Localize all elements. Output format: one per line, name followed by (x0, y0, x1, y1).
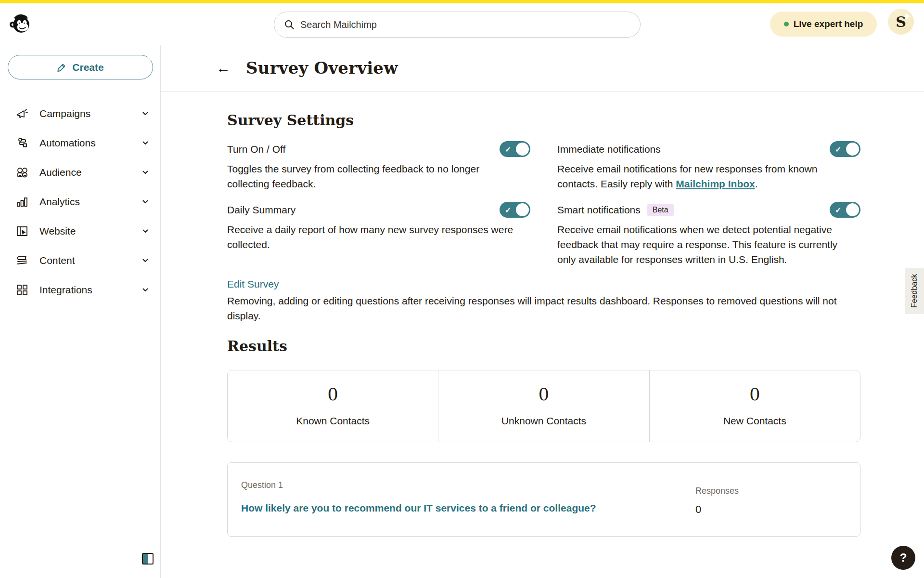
chevron-down-icon (141, 286, 150, 294)
create-button-label: Create (72, 62, 103, 73)
setting-title: Daily Summary (227, 204, 295, 216)
setting-immediate-notifications: Immediate notifications ✓ Receive email … (557, 141, 860, 191)
sidebar-item-automations[interactable]: Automations (0, 128, 160, 158)
app-header: Live expert help ✦ S (0, 3, 924, 45)
main-content: ← Survey Overview Survey Settings Turn O… (161, 45, 924, 578)
browser-icon (15, 224, 29, 238)
toggle-smart-notifications[interactable]: ✓ (830, 202, 860, 218)
chevron-down-icon (141, 197, 150, 206)
check-icon: ✓ (505, 144, 511, 154)
setting-description: Receive a daily report of how many new s… (227, 222, 518, 252)
setting-daily-summary: Daily Summary ✓ Receive a daily report o… (227, 202, 530, 267)
back-arrow-icon[interactable]: ← (216, 61, 231, 75)
sidebar-item-audience[interactable]: Audience (0, 158, 160, 187)
edit-survey-note: Removing, adding or editing questions af… (227, 293, 860, 323)
settings-grid: Turn On / Off ✓ Toggles the survey from … (227, 141, 860, 267)
stat-value: 0 (228, 386, 438, 403)
people-icon (15, 166, 29, 179)
sidebar: Create Campaigns Automations (0, 45, 161, 578)
setting-title: Turn On / Off (227, 144, 285, 155)
stat-value: 0 (438, 386, 649, 403)
page-header: ← Survey Overview (161, 45, 924, 92)
stat-known-contacts: 0 Known Contacts (228, 370, 438, 442)
sidebar-item-label: Content (39, 255, 141, 266)
sidebar-item-campaigns[interactable]: Campaigns (0, 99, 160, 128)
stat-value: 0 (650, 386, 860, 403)
search-bar[interactable] (274, 12, 641, 38)
chevron-down-icon (141, 139, 150, 147)
responses-value: 0 (695, 503, 841, 516)
edit-survey-block: Edit Survey Removing, adding or editing … (227, 278, 860, 323)
sidebar-item-label: Integrations (39, 284, 141, 296)
toggle-immediate-notifications[interactable]: ✓ (830, 141, 860, 157)
flow-icon (15, 136, 29, 150)
sidebar-item-label: Automations (39, 137, 141, 149)
question-link[interactable]: How likely are you to recommend our IT s… (241, 502, 596, 514)
results-stats-bar: 0 Known Contacts 0 Unknown Contacts 0 Ne… (227, 370, 860, 442)
sidebar-item-website[interactable]: Website (0, 216, 160, 246)
sidebar-item-integrations[interactable]: Integrations (0, 275, 160, 304)
create-button[interactable]: Create (8, 55, 153, 79)
chevron-down-icon (141, 256, 150, 265)
mailchimp-inbox-link[interactable]: Mailchimp Inbox (676, 178, 755, 189)
toggle-knob (846, 143, 859, 156)
responses-label: Responses (695, 486, 841, 496)
question-number-label: Question 1 (241, 480, 695, 490)
toggle-knob (516, 143, 529, 156)
sidebar-item-label: Analytics (39, 196, 141, 208)
chevron-down-icon (141, 168, 150, 177)
content-stack-icon (15, 254, 29, 267)
survey-settings-heading: Survey Settings (227, 112, 860, 129)
megaphone-icon (15, 107, 29, 120)
toggle-daily-summary[interactable]: ✓ (500, 202, 530, 218)
stat-label: New Contacts (650, 415, 860, 427)
stat-label: Known Contacts (228, 415, 438, 427)
stat-unknown-contacts: 0 Unknown Contacts (438, 370, 649, 442)
question-card: Question 1 How likely are you to recomme… (227, 462, 860, 537)
sidebar-item-label: Audience (39, 167, 141, 178)
stat-new-contacts: 0 New Contacts (649, 370, 860, 442)
edit-survey-link[interactable]: Edit Survey (227, 278, 279, 289)
top-accent-bar (0, 0, 924, 3)
toggle-knob (846, 203, 859, 216)
beta-badge: Beta (647, 204, 674, 216)
feedback-tab[interactable]: Feedback (905, 268, 924, 314)
grid-icon (15, 283, 29, 297)
setting-title: Smart notifications (557, 204, 641, 216)
search-icon (284, 19, 295, 30)
setting-smart-notifications: Smart notifications Beta ✓ Receive email… (557, 202, 860, 267)
setting-description: Receive email notifications for new resp… (557, 161, 848, 191)
avatar-star-decoration: ✦ (903, 11, 911, 22)
mailchimp-logo[interactable] (9, 13, 31, 35)
chevron-down-icon (141, 109, 150, 118)
avatar[interactable]: ✦ S (888, 9, 914, 35)
toggle-turn-on-off[interactable]: ✓ (500, 141, 530, 157)
page-title: Survey Overview (246, 58, 398, 78)
results-heading: Results (227, 338, 860, 355)
help-button[interactable]: ? (891, 546, 915, 570)
check-icon: ✓ (505, 205, 511, 214)
setting-description: Toggles the survey from collecting feedb… (227, 161, 518, 191)
live-expert-help-label: Live expert help (794, 19, 863, 29)
toggle-knob (516, 203, 529, 216)
search-input[interactable] (300, 19, 630, 30)
pencil-icon (57, 63, 66, 72)
stat-label: Unknown Contacts (438, 415, 649, 427)
sidebar-item-content[interactable]: Content (0, 246, 160, 275)
setting-title: Immediate notifications (557, 144, 661, 155)
setting-description: Receive email notifications when we dete… (557, 222, 848, 267)
check-icon: ✓ (835, 205, 841, 214)
collapse-sidebar-icon[interactable] (142, 553, 154, 565)
sidebar-item-analytics[interactable]: Analytics (0, 187, 160, 216)
sidebar-nav: Campaigns Automations Audience (0, 99, 160, 304)
bar-chart-icon (15, 195, 29, 209)
sidebar-item-label: Campaigns (39, 108, 141, 119)
online-status-dot (784, 22, 789, 26)
live-expert-help-button[interactable]: Live expert help (770, 12, 877, 37)
setting-turn-on-off: Turn On / Off ✓ Toggles the survey from … (227, 141, 530, 191)
sidebar-item-label: Website (39, 225, 141, 237)
chevron-down-icon (141, 227, 150, 236)
check-icon: ✓ (835, 144, 841, 154)
